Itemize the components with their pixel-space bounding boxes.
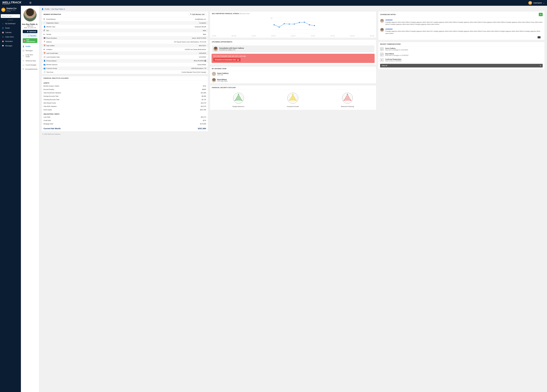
- member-info-row: 📄 Registration Status: Completed: [42, 21, 208, 25]
- profile-photo: [23, 8, 37, 21]
- tab-icon: ⊙: [22, 55, 24, 57]
- nav-item-3[interactable]: ⊙Action Items: [0, 35, 21, 39]
- add-appointment-button[interactable]: 📅Add Appointment: [23, 38, 37, 43]
- member-info-row: 👤 Primary Advisor: Beau Brushfeldi: [42, 59, 208, 63]
- outlook-card: FINANCIAL SECURITY OUTLOOK Budget Adhere…: [210, 85, 376, 110]
- row-icon: 📍: [43, 41, 46, 43]
- svg-point-35: [344, 100, 344, 101]
- svg-point-20: [242, 100, 242, 101]
- user-icon: 👤: [41, 8, 44, 10]
- svg-point-7: [279, 27, 280, 28]
- svg-point-13: [309, 24, 310, 25]
- nav-icon: 💬: [2, 45, 4, 47]
- copyright-icon: ©: [42, 133, 43, 135]
- profile-tab-3[interactable]: ↺Historical Data: [21, 59, 39, 63]
- team-member[interactable]: Brad HilliardCFP, FRM, CMFC: [210, 77, 376, 83]
- row-icon: 👤: [43, 60, 46, 62]
- optimistic-pill[interactable]: ◐Optimistic: [23, 30, 37, 33]
- info-icon[interactable]: i: [204, 60, 206, 62]
- member-info-row: 📍 Address: 147 Haynes Haven Lane, Murfre…: [42, 40, 208, 44]
- sidebar-user-datetime: March 26, 2020 9:21am: [7, 9, 20, 12]
- nav-item-4[interactable]: ⏰Reminders: [0, 39, 21, 44]
- brand-logo: WELLTRACK FINANCE: [2, 1, 21, 5]
- profile-tab-2[interactable]: ⊙Long Term Goals: [21, 53, 39, 59]
- member-info-row: ⚥ Sex: Male: [42, 29, 208, 32]
- add-note-button[interactable]: +: [539, 13, 543, 16]
- pager-next[interactable]: →: [541, 37, 543, 38]
- profile-id: 20001035: [27, 25, 33, 27]
- card-title: FINANCIAL HEALTH AT-A-GLANCE: [43, 77, 68, 79]
- communications-card: RECENT COMMUNICATIONS 💬 Karen CadburyRay…: [378, 42, 545, 69]
- tab-icon: ⚑: [22, 68, 24, 70]
- svg-point-21: [235, 100, 235, 101]
- member-info-row: 📋 Last Evaluation Date: 12/12/2022: [42, 55, 208, 59]
- communication-item[interactable]: 💬 Karen CadburyRay sent a message on 12/…: [378, 46, 545, 52]
- svg-point-12: [304, 22, 305, 23]
- gauge-icon: ◐: [27, 31, 28, 32]
- appointment-item[interactable]: Consultation with Karen Cadbury 1/12/202…: [212, 45, 375, 53]
- svg-marker-32: [344, 94, 351, 100]
- edit-member-button[interactable]: ✎ Edit Member Info: [189, 13, 206, 16]
- chevron-circle-icon: ⊝: [540, 65, 541, 66]
- nav-item-5[interactable]: 💬Messages: [0, 44, 21, 48]
- member-info-row: 👥 In-person Group: #438 Murfreesboro, TN: [42, 66, 208, 70]
- row-icon: ●: [43, 33, 46, 35]
- svg-marker-18: [235, 94, 242, 100]
- nav-icon: 📅: [2, 32, 4, 33]
- comm-icon: 💬: [380, 53, 383, 56]
- communication-item[interactable]: ✉ Confirmed RegistrationSent to Ray on 1…: [378, 57, 545, 63]
- member-info-row: ☎ Phone Numbers: Home: (423)770-3324: [42, 36, 208, 40]
- team-member[interactable]: Karen CadburyCFP, CPA: [210, 71, 376, 77]
- nav-item-2[interactable]: 📅Calendar: [0, 30, 21, 35]
- svg-text:100: 100: [271, 18, 273, 19]
- row-icon: 📅: [43, 52, 46, 54]
- topbar-user[interactable]: SF Username ⌄: [528, 1, 545, 5]
- svg-marker-25: [289, 94, 296, 100]
- row-icon: ✉: [43, 48, 46, 50]
- note-item: 10/30/2022Foweghu gagoueu ebhut ubeni hb…: [378, 18, 545, 27]
- profile-tab-5[interactable]: ⚑Accomplishments: [21, 67, 39, 71]
- finance-row: Total Investments Valuation:$14,300: [42, 91, 208, 94]
- profile-tab-0[interactable]: 👤Profile: [21, 44, 39, 48]
- benefits-pill[interactable]: 📋Benefits: [23, 34, 37, 37]
- pager-prev[interactable]: ←: [535, 37, 537, 38]
- row-icon: 📋: [43, 56, 46, 58]
- view-all-button[interactable]: View All ⊝: [380, 64, 543, 67]
- schedule-evaluation-button[interactable]: Schedule an Evaluation now 📅: [213, 58, 241, 61]
- footer: © 2020 WellTrack Solutions: [41, 132, 545, 135]
- note-avatar: [380, 28, 384, 32]
- row-icon: 📄: [43, 22, 46, 24]
- notes-pager: ← 1 →: [378, 36, 545, 40]
- breadcrumb: 👤 Profile / Ken Ray Fields Jr.: [41, 7, 545, 11]
- member-info-row: 📅 Last Consult Date: 12/01/2022: [42, 51, 208, 55]
- topbar-avatar: SF: [528, 1, 532, 5]
- nav-item-1[interactable]: 👤Roster: [0, 26, 21, 30]
- nav-item-0[interactable]: ⌂My Dashboard: [0, 21, 21, 26]
- advising-team-card: MY ADVISING TEAM Karen CadburyCFP, CPA B…: [210, 66, 376, 84]
- finance-row: Accrued Surplus:$4600: [42, 88, 208, 91]
- radar-chart: Investment Growth: [287, 92, 299, 107]
- sidebar-search: [1, 14, 20, 18]
- tab-icon: 👤: [22, 46, 24, 47]
- svg-point-19: [238, 94, 239, 94]
- row-icon: ☎: [43, 37, 46, 39]
- team-avatar: [212, 72, 216, 76]
- radar-chart: Budget Adherence: [232, 92, 245, 107]
- hamburger-menu[interactable]: ☰: [29, 1, 32, 4]
- row-icon: 👤: [43, 26, 46, 28]
- finance-row: Loan Debt:$25,273: [42, 115, 208, 119]
- row-icon: 👥: [43, 67, 46, 69]
- profile-tab-1[interactable]: 💬Messages: [21, 48, 39, 53]
- tab-icon: 💬: [22, 50, 24, 52]
- pencil-icon: ✎: [190, 13, 191, 15]
- breadcrumb-current[interactable]: Ken Ray Fields Jr.: [51, 8, 65, 10]
- nav-icon: ⊙: [2, 36, 4, 38]
- advisor-avatar: [213, 47, 218, 51]
- search-input[interactable]: [1, 14, 20, 18]
- profile-demo: Male, 42 years old: [24, 27, 36, 28]
- note-avatar: [380, 19, 384, 23]
- row-icon: ✉: [43, 18, 46, 20]
- profile-tab-4[interactable]: 📖Current Budget: [21, 63, 39, 67]
- member-info-row: 👤 Member Type: Employee Benefit: [42, 25, 208, 29]
- communication-item[interactable]: 💬 Brad HilliardBrad sent a message on 12…: [378, 52, 545, 57]
